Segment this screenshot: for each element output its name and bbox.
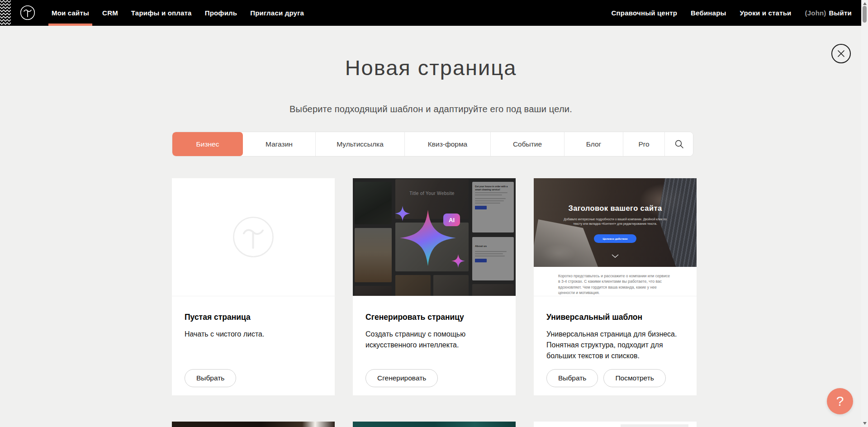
template-card-partial[interactable] — [534, 422, 697, 427]
template-collage: Title of Your Website Get your house in … — [353, 178, 516, 296]
template-card-blank: Пустая страница Начать с чистого листа. … — [172, 178, 335, 395]
help-button[interactable]: ? — [827, 388, 853, 414]
page-subtitle: Выберите подходящий шаблон и адаптируйте… — [0, 104, 862, 114]
ai-sparkle-icon — [393, 201, 481, 280]
vertical-scrollbar[interactable] — [861, 0, 868, 427]
user-name: (John) — [805, 9, 826, 17]
ai-card-preview: Title of Your Website Get your house in … — [353, 178, 516, 296]
nav-item-label: Пригласи друга — [250, 9, 304, 17]
partial-preview-block — [621, 424, 688, 427]
preview-button[interactable]: Посмотреть — [603, 369, 665, 387]
ai-sparkle-group: AI — [393, 201, 481, 280]
template-card-partial[interactable] — [172, 422, 335, 427]
nav-item-label: Справочный центр — [612, 9, 678, 17]
nav-item-crm[interactable]: CRM — [102, 0, 118, 26]
card-description: Начать с чистого листа. — [185, 329, 322, 340]
card-description: Универсальная страница для бизнеса. Поня… — [546, 329, 684, 361]
search-icon — [674, 139, 684, 149]
card-title: Сгенерировать страницу — [365, 313, 503, 322]
chevron-down-icon — [612, 254, 619, 258]
triangle-down-icon — [863, 422, 867, 425]
template-cta-button: Целевое действие — [594, 234, 636, 243]
nav-item-invite-friend[interactable]: Пригласи друга — [250, 0, 304, 26]
card-description: Создать страницу с помощью искусственног… — [365, 329, 503, 351]
nav-item-profile[interactable]: Профиль — [205, 0, 237, 26]
nav-item-webinars[interactable]: Вебинары — [691, 0, 726, 26]
card-buttons: Выбрать — [185, 369, 236, 387]
next-template-row — [172, 422, 697, 427]
page-title: Новая страница — [0, 55, 862, 80]
nav-item-help-center[interactable]: Справочный центр — [612, 0, 678, 26]
nav-item-label: Уроки и статьи — [740, 9, 792, 17]
tab-business[interactable]: Бизнес — [172, 132, 243, 156]
tab-event[interactable]: Событие — [491, 132, 564, 156]
nav-item-lessons[interactable]: Уроки и статьи — [740, 0, 792, 26]
template-hero-subtext: Добавьте интересные подробности о вашей … — [562, 217, 669, 226]
tab-shop[interactable]: Магазин — [243, 132, 316, 156]
active-nav-underline — [48, 24, 92, 26]
tab-quiz-form[interactable]: Квиз-форма — [405, 132, 491, 156]
card-info: Универсальный шаблон Универсальная стран… — [534, 296, 697, 361]
ai-badge: AI — [443, 214, 460, 226]
card-info: Сгенерировать страницу Создать страницу … — [353, 296, 516, 351]
card-title: Универсальный шаблон — [546, 313, 684, 322]
template-card-universal: Заголовок вашего сайта Добавьте интересн… — [534, 178, 697, 395]
scrollbar-thumb[interactable] — [863, 6, 867, 23]
top-nav-bar: Мои сайты CRM Тарифы и оплата Профиль Пр… — [0, 0, 862, 26]
card-buttons: Выбрать Посмотреть — [546, 369, 666, 387]
nav-item-my-sites[interactable]: Мои сайты — [52, 0, 89, 26]
nav-right-menu: Справочный центр Вебинары Уроки и статьи… — [612, 0, 852, 26]
blank-card-preview — [172, 178, 335, 296]
nav-item-label: Мои сайты — [52, 9, 89, 17]
universal-card-preview: Заголовок вашего сайта Добавьте интересн… — [534, 178, 697, 296]
nav-item-label: Профиль — [205, 9, 237, 17]
nav-user-block: (John) Выйти — [805, 0, 852, 26]
template-category-tabs: Бизнес Магазин Мультиссылка Квиз-форма С… — [172, 132, 693, 157]
card-info: Пустая страница Начать с чистого листа. — [172, 296, 335, 340]
nav-left-menu: Мои сайты CRM Тарифы и оплата Профиль Пр… — [52, 0, 304, 26]
tab-search[interactable] — [665, 132, 693, 156]
select-button[interactable]: Выбрать — [185, 369, 236, 387]
tab-blog[interactable]: Блог — [564, 132, 623, 156]
nav-item-label: Тарифы и оплата — [131, 9, 192, 17]
template-cards-row: Пустая страница Начать с чистого листа. … — [172, 178, 697, 395]
card-title: Пустая страница — [185, 313, 322, 322]
zigzag-pattern-icon — [0, 0, 11, 26]
logout-link[interactable]: Выйти — [829, 9, 852, 17]
scroll-down-arrow[interactable] — [861, 420, 868, 427]
template-hero-section: Заголовок вашего сайта Добавьте интересн… — [534, 178, 697, 267]
nav-item-pricing[interactable]: Тарифы и оплата — [131, 0, 192, 26]
select-button[interactable]: Выбрать — [546, 369, 598, 387]
laptop-photo-shape — [534, 219, 598, 267]
nav-item-label: CRM — [102, 9, 118, 17]
generate-button[interactable]: Сгенерировать — [365, 369, 438, 387]
template-card-partial[interactable] — [353, 422, 516, 427]
tilda-logo-icon[interactable] — [20, 5, 35, 20]
template-intro-paragraph: Коротко представьтесь и расскажите о ком… — [558, 273, 672, 296]
tilda-watermark-icon — [232, 216, 275, 258]
template-card-ai: Title of Your Website Get your house in … — [353, 178, 516, 395]
card-buttons: Сгенерировать — [365, 369, 438, 387]
tab-multilink[interactable]: Мультиссылка — [316, 132, 405, 156]
template-hero-heading: Заголовок вашего сайта — [534, 204, 697, 213]
triangle-up-icon — [863, 2, 867, 5]
nav-item-label: Вебинары — [691, 9, 726, 17]
tab-pro[interactable]: Pro — [623, 132, 665, 156]
